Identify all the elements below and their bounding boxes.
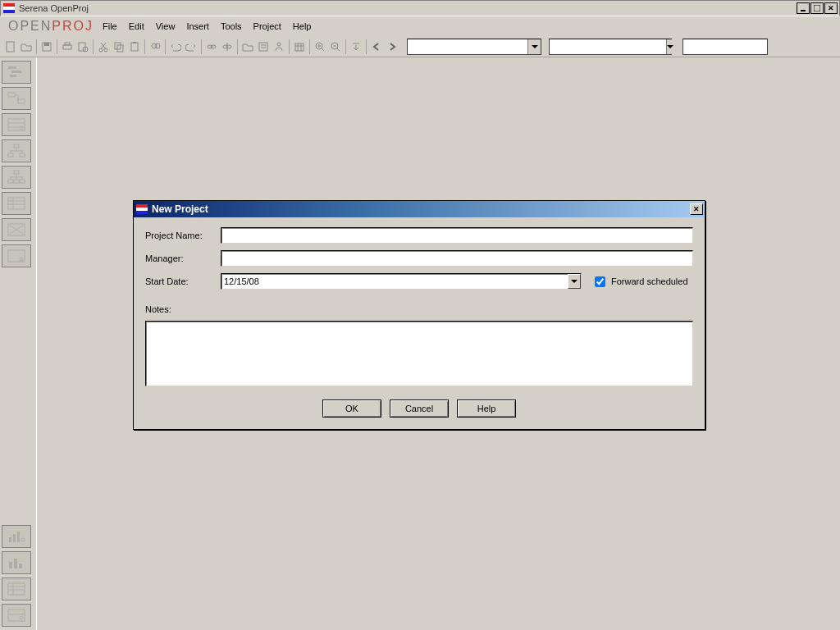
folder-icon[interactable]: [240, 39, 255, 54]
svg-point-80: [20, 616, 23, 619]
resource-sheet-icon[interactable]: [2, 113, 31, 136]
new-icon[interactable]: [3, 39, 18, 54]
svg-rect-73: [19, 564, 22, 568]
print-preview-icon[interactable]: [75, 39, 90, 54]
menu-edit[interactable]: Edit: [123, 19, 150, 34]
svg-rect-26: [259, 43, 267, 51]
forward-scheduled-input[interactable]: [595, 276, 605, 287]
gantt-view-icon[interactable]: [2, 61, 31, 84]
no-view-icon[interactable]: [2, 218, 31, 241]
svg-rect-8: [63, 45, 71, 49]
sort-combo[interactable]: [549, 39, 672, 55]
resource-usage-icon[interactable]: [2, 244, 31, 267]
svg-rect-7: [44, 43, 49, 46]
svg-rect-43: [11, 71, 21, 73]
manager-input[interactable]: [221, 250, 693, 267]
filter-combo-input[interactable]: [408, 39, 527, 54]
menu-file[interactable]: File: [97, 19, 123, 34]
resource-icon[interactable]: [272, 39, 286, 54]
window-titlebar: Serena OpenProj ✕: [0, 0, 840, 16]
svg-rect-72: [14, 559, 17, 568]
menu-view[interactable]: View: [150, 19, 181, 34]
svg-point-29: [277, 43, 281, 46]
copy-icon[interactable]: [112, 39, 126, 54]
help-button[interactable]: Help: [457, 399, 516, 418]
svg-point-70: [21, 538, 25, 541]
find-icon[interactable]: [148, 39, 162, 54]
cancel-button[interactable]: Cancel: [390, 399, 449, 418]
calendar-icon[interactable]: [292, 39, 307, 54]
open-icon[interactable]: [19, 39, 34, 54]
chevron-down-icon[interactable]: [666, 39, 673, 54]
svg-rect-3: [801, 10, 806, 11]
next-icon[interactable]: [385, 39, 399, 54]
redo-icon[interactable]: [184, 39, 199, 54]
unlink-icon[interactable]: [220, 39, 235, 54]
project-name-input[interactable]: [221, 227, 693, 244]
link-icon[interactable]: [204, 39, 219, 54]
svg-rect-0: [3, 3, 15, 7]
start-date-field[interactable]: [221, 273, 582, 290]
svg-rect-81: [136, 204, 148, 208]
svg-rect-9: [65, 43, 70, 45]
menu-insert[interactable]: Insert: [180, 19, 215, 34]
prev-icon[interactable]: [369, 39, 384, 54]
chevron-down-icon[interactable]: [568, 274, 581, 289]
minimize-button[interactable]: [797, 2, 810, 14]
forward-scheduled-checkbox[interactable]: Forward scheduled: [591, 274, 688, 290]
histogram-icon[interactable]: [2, 525, 31, 548]
svg-line-35: [322, 48, 324, 51]
svg-rect-57: [20, 180, 25, 183]
group-combo[interactable]: [682, 39, 768, 55]
print-icon[interactable]: [60, 39, 75, 54]
close-button[interactable]: ✕: [824, 2, 838, 14]
manager-label: Manager:: [145, 253, 221, 263]
paste-icon[interactable]: [127, 39, 142, 54]
svg-rect-52: [8, 153, 13, 157]
window-controls: ✕: [796, 2, 838, 14]
svg-line-39: [337, 48, 340, 51]
svg-rect-71: [9, 562, 12, 568]
svg-rect-58: [8, 198, 25, 209]
zoom-out-icon[interactable]: [328, 39, 343, 54]
new-project-dialog: New Project ✕ Project Name: Manager: Sta…: [133, 200, 705, 430]
ok-button[interactable]: OK: [322, 399, 381, 418]
scroll-to-icon[interactable]: [349, 39, 363, 54]
wbs-view-icon[interactable]: [2, 139, 31, 162]
notes-textarea[interactable]: [145, 321, 693, 386]
menu-tools[interactable]: Tools: [215, 19, 248, 34]
svg-rect-2: [3, 10, 15, 13]
group-combo-input[interactable]: [683, 39, 800, 54]
app-logo: OPENPROJ: [8, 19, 94, 34]
forward-scheduled-label: Forward scheduled: [611, 276, 688, 286]
menu-help[interactable]: Help: [287, 19, 317, 34]
svg-rect-5: [7, 42, 14, 52]
network-view-icon[interactable]: [2, 87, 31, 110]
report-icon[interactable]: [2, 578, 31, 600]
window-title: Serena OpenProj: [19, 3, 796, 13]
svg-rect-42: [8, 66, 16, 69]
cut-icon[interactable]: [96, 39, 111, 54]
detail-view-icon[interactable]: [2, 604, 31, 627]
svg-rect-44: [10, 75, 16, 77]
svg-point-23: [226, 45, 231, 48]
chart-icon[interactable]: [2, 551, 31, 574]
undo-icon[interactable]: [168, 39, 183, 54]
maximize-button[interactable]: [810, 2, 824, 14]
menu-project[interactable]: Project: [248, 19, 287, 34]
zoom-in-icon[interactable]: [313, 39, 327, 54]
notes-icon[interactable]: [256, 39, 271, 54]
svg-rect-47: [8, 119, 25, 130]
toolbar: [0, 36, 840, 57]
dialog-close-button[interactable]: ✕: [690, 203, 703, 215]
task-usage-icon[interactable]: [2, 192, 31, 215]
svg-rect-68: [13, 534, 16, 542]
svg-rect-16: [131, 43, 138, 51]
svg-rect-51: [14, 144, 19, 148]
chevron-down-icon[interactable]: [527, 39, 541, 54]
sort-combo-input[interactable]: [550, 39, 666, 54]
start-date-input[interactable]: [221, 274, 568, 289]
rbs-view-icon[interactable]: [2, 166, 31, 189]
filter-combo[interactable]: [407, 39, 541, 55]
save-icon[interactable]: [39, 39, 54, 54]
